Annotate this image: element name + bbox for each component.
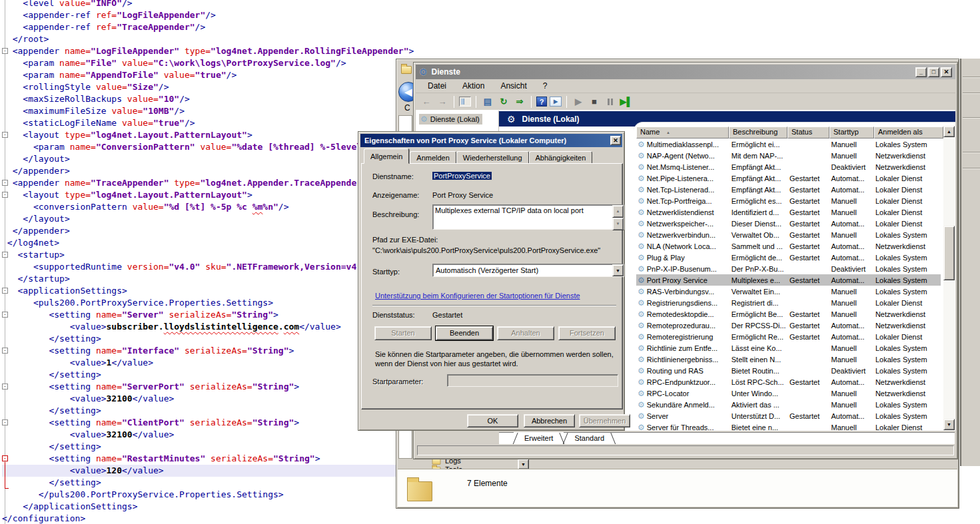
pause-service-icon[interactable] [604, 96, 617, 108]
code-line[interactable]: <maxSizeRollBackups value="10"/> [2, 93, 396, 105]
code-line[interactable]: <value>120</value> [2, 465, 396, 477]
code-line[interactable]: </appender> [2, 225, 396, 237]
service-row[interactable]: ⚙Net.Msmq-Listener...Empfängt Akt...Deak… [636, 161, 941, 172]
restart-service-icon[interactable]: ▶▌ [620, 96, 633, 108]
column-header-beschreibung[interactable]: Beschreibung [729, 127, 787, 138]
code-line[interactable]: <layout type="log4net.Layout.PatternLayo… [2, 189, 396, 201]
menu-datei[interactable]: Datei [424, 81, 450, 91]
code-line[interactable]: <value>32100</value> [2, 429, 396, 441]
service-row[interactable]: ⚙Net.Tcp-Portfreiga...Ermöglicht es...Ge… [636, 195, 941, 206]
code-line[interactable]: <setting name="ServerPort" serializeAs="… [2, 381, 396, 393]
stop-button[interactable]: Beenden [436, 326, 493, 340]
tree-item-dienste-lokal[interactable]: ⚙ Dienste (Lokal) [419, 114, 482, 125]
service-row[interactable]: ⚙Netzwerkspeicher-...Dieser Dienst...Ges… [636, 218, 941, 229]
code-line[interactable]: </configuration> [2, 513, 396, 524]
back-icon[interactable]: ← [420, 96, 433, 108]
service-row[interactable]: ⚙NAP-Agent (Netwo...Mit dem NAP-...Manue… [636, 150, 941, 161]
fold-collapse-icon[interactable]: - [2, 348, 8, 354]
service-row[interactable]: ⚙Server für Threads...Bietet eine n...Ma… [636, 421, 941, 431]
minimize-button[interactable]: _ [915, 67, 927, 77]
code-line[interactable]: <setting name="Interface" serializeAs="S… [2, 345, 396, 357]
service-row[interactable]: ⚙Sekundäre Anmeld...Aktiviert das ...Man… [636, 399, 941, 410]
menu-ansicht[interactable]: Ansicht [496, 81, 530, 91]
fold-collapse-icon[interactable]: - [2, 384, 8, 390]
code-line[interactable]: <supportedRuntime version="v4.0" sku=".N… [2, 261, 396, 273]
service-name-value[interactable]: PortProxyService [432, 172, 492, 180]
column-header-starttyp[interactable]: Starttyp [829, 127, 874, 138]
apply-button[interactable]: Übernehmen [579, 414, 630, 427]
code-line[interactable]: </applicationSettings> [2, 501, 396, 513]
start-params-input[interactable] [447, 374, 618, 387]
display-name-value[interactable]: Port Proxy Service [432, 191, 493, 199]
service-row[interactable]: ⚙RPC-LocatorUnter Windo...ManuellNetzwer… [636, 388, 941, 399]
scroll-up-icon[interactable]: ▲ [612, 205, 624, 218]
refresh-icon[interactable]: ↻ [497, 96, 510, 108]
service-row[interactable]: ⚙NetzwerklistendienstIdentifiziert d...G… [636, 206, 941, 218]
service-row[interactable]: ⚙RAS-Verbindungsv...Verwaltet Ein...Manu… [636, 286, 941, 297]
startup-options-link[interactable]: Unterstützung beim Konfigurieren der Sta… [375, 292, 580, 300]
code-line[interactable]: <level value="INFO"/> [2, 0, 396, 9]
code-line[interactable]: <value>subscriber.lloydslistintelligence… [2, 321, 396, 333]
resume-button[interactable]: Fortsetzen [558, 326, 616, 340]
code-line[interactable]: <value>1</value> [2, 357, 396, 369]
dialog-close-icon[interactable]: ✕ [610, 136, 621, 145]
fold-collapse-icon[interactable]: - [2, 48, 8, 54]
code-line[interactable]: </log4net> [2, 237, 396, 249]
scroll-down-icon[interactable]: ▼ [943, 419, 955, 430]
fold-collapse-icon[interactable]: - [2, 192, 8, 198]
properties-icon[interactable]: ▤ [481, 96, 494, 108]
tab-allgemein[interactable]: Allgemein [364, 148, 409, 164]
fold-collapse-icon[interactable]: - [2, 312, 8, 318]
service-row[interactable]: ⚙Net.Tcp-Listenerad...Empfängt Akt...Ges… [636, 184, 941, 195]
column-header-status[interactable]: Status [787, 127, 829, 138]
code-line[interactable]: <value>32100</value> [2, 393, 396, 405]
dropdown-arrow-button[interactable]: ▼ [518, 459, 529, 469]
code-area[interactable]: <level value="INFO"/> <appender-ref ref=… [2, 0, 396, 524]
code-line[interactable]: <param name="AppendToFile" value="true"/… [2, 69, 396, 81]
service-row[interactable]: ⚙RemoteregistrierungErmöglicht Re...Gest… [636, 331, 941, 342]
start-type-combobox[interactable]: Automatisch (Verzögerter Start) ▼ [432, 264, 624, 277]
column-header-anmelden-als[interactable]: Anmelden als [874, 127, 943, 138]
code-line[interactable]: <startup> [2, 249, 396, 261]
pause-button[interactable]: Anhalten [497, 326, 554, 340]
code-line[interactable]: <conversionPattern value="%d [%t] %-5p %… [2, 201, 396, 213]
code-line[interactable]: <appender name="TraceAppender" type="log… [2, 177, 396, 189]
service-row[interactable]: ⚙Port Proxy ServiceMultiplexes e...Gesta… [636, 274, 941, 286]
chevron-down-icon[interactable]: ▼ [612, 264, 624, 276]
dialog-titlebar[interactable]: Eigenschaften von Port Proxy Service (Lo… [360, 134, 622, 147]
forward-icon[interactable]: → [436, 96, 449, 108]
service-row[interactable]: ⚙ServerUnterstützt D...GestartetAutomat.… [636, 410, 941, 421]
code-line[interactable]: </layout> [2, 153, 396, 165]
extended-view-icon[interactable]: ▶ [550, 97, 562, 107]
fold-collapse-icon[interactable]: - [2, 288, 8, 294]
service-row[interactable]: ⚙PnP-X-IP-Busenum...Der PnP-X-Bu...Deakt… [636, 263, 941, 274]
stop-service-icon[interactable]: ■ [588, 96, 601, 108]
scrollbar-thumb[interactable] [943, 226, 955, 280]
service-row[interactable]: ⚙Remotedesktopdie...Ermöglicht Be...Gest… [636, 308, 941, 320]
code-line[interactable]: <applicationSettings> [2, 285, 396, 297]
description-field[interactable]: Multiplexes external TCP/IP data on loca… [432, 204, 624, 230]
code-line[interactable]: <param name="File" value="C:\work\logs\P… [2, 57, 396, 69]
service-row[interactable]: ⚙Net.Pipe-Listenera...Empfängt Akt...Ges… [636, 172, 941, 184]
fold-collapse-icon-active[interactable]: - [2, 455, 8, 461]
column-header-name[interactable]: Name▲ [636, 127, 729, 138]
code-line[interactable]: </puls200.PortProxyService.Properties.Se… [2, 489, 396, 501]
ok-button[interactable]: OK [467, 414, 518, 427]
tab-abhaengigkeiten[interactable]: Abhängigkeiten [529, 151, 593, 164]
code-line[interactable]: <setting name="RestartMinutes" serialize… [2, 453, 396, 465]
tab-anmelden[interactable]: Anmelden [410, 151, 456, 164]
vertical-scrollbar[interactable]: ▲ ▼ [943, 126, 955, 430]
tab-standard[interactable]: Standard [564, 433, 615, 445]
service-row[interactable]: ⚙RPC-Endpunktzuor...Löst RPC-Sch...Gesta… [636, 376, 941, 388]
scroll-up-icon[interactable]: ▲ [943, 126, 955, 137]
services-titlebar[interactable]: ⚙ Dienste _ □ ✕ [416, 65, 955, 79]
export-list-icon[interactable]: ⇒ [513, 96, 526, 108]
fold-collapse-icon[interactable]: - [2, 180, 8, 186]
service-row[interactable]: ⚙Netzwerkverbindun...Verwaltet Ob...Gest… [636, 229, 941, 240]
service-row[interactable]: ⚙Multimediaklassenpl...Ermöglicht ei...M… [636, 138, 941, 150]
code-line[interactable]: <setting name="ClientPort" serializeAs="… [2, 417, 396, 429]
code-line[interactable]: <appender name="LogFileAppender" type="l… [2, 45, 396, 57]
service-row[interactable]: ⚙Routing und RASBietet Routin...Deaktivi… [636, 365, 941, 376]
cancel-button[interactable]: Abbrechen [524, 414, 575, 427]
service-row[interactable]: ⚙Richtlinie zum Entfe...Lässt eine Ko...… [636, 342, 941, 354]
